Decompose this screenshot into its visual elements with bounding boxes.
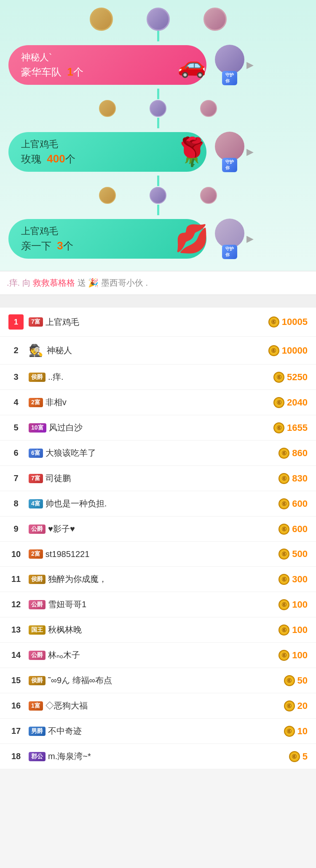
user-badge-6: 6富 [29,449,43,458]
connector-line-3 [157,118,159,128]
mid-avatar-4 [99,187,116,204]
username-10: st19851221 [46,549,90,559]
table-row: 15 侯爵 ˜∞9ん 缔福∞布点 ⑥ 50 [0,668,316,693]
username-1: 上官鸡毛 [46,316,79,328]
table-row: 12 公爵 雪妞哥哥1 ⑥ 100 [0,592,316,617]
rank-num-18: 18 [8,752,24,761]
rank-num-13: 13 [8,625,24,635]
rank-num-8: 8 [8,499,24,508]
rank-num-15: 15 [8,676,24,685]
rank-num-9: 9 [8,524,24,534]
username-5: 风过白沙 [49,422,83,433]
avatar-guard-3: 守护 你 [215,219,244,259]
avatar-2 [215,132,244,161]
user-info-13: 国王 秋枫林晚 [29,624,279,635]
table-row: 14 公爵 林ₙₒ木子 ⑥ 100 [0,643,316,668]
guard-badge-2: 守护 你 [222,158,237,172]
table-row: 18 郡公 m.海泉湾~* ⑥ 5 [0,744,316,769]
gift-bubble-3: 上官鸡毛 亲一下 3个 💋 [8,219,206,259]
coin-amount-5: ⑥ 1655 [273,422,308,433]
user-info-16: 1富 ◇恶狗大福 [29,700,284,711]
connector-line-1 [157,31,159,41]
username-9: ♥影子♥ [48,523,75,535]
user-info-2: 🕵️ 神秘人 [29,343,268,357]
table-row: 13 国王 秋枫林晚 ⑥ 100 [0,617,316,643]
coin-icon-12: ⑥ [279,599,289,610]
coin-amount-16: ⑥ 20 [284,700,308,711]
user-badge-13: 国王 [29,625,46,635]
coin-amount-13: ⑥ 100 [279,625,308,635]
guard-badge-3: 守护 你 [222,245,237,259]
table-row: 17 男爵 不中奇迹 ⑥ 10 [0,719,316,744]
rank-num-12: 12 [8,600,24,609]
coin-icon-18: ⑥ [289,751,300,762]
user-badge-8: 4富 [29,499,43,508]
username-13: 秋枫林晚 [48,624,82,635]
coin-amount-4: ⑥ 2040 [273,397,308,408]
coin-amount-11: ⑥ 300 [279,574,308,585]
arrow-right-1: ▶ [246,59,254,70]
coin-amount-17: ⑥ 10 [284,726,308,737]
user-info-3: 侯爵 ..痒. [29,371,273,383]
coin-icon-3: ⑥ [273,372,284,383]
rank-num-7: 7 [8,473,24,483]
gift-text-2: 玫瑰 400个 [21,152,194,166]
guard-badge-1: 守护 你 [222,71,237,85]
coin-icon-5: ⑥ [273,422,284,433]
gift-bubble-2: 上官鸡毛 玫瑰 400个 🌹 [8,132,206,172]
coin-amount-8: ⑥ 600 [279,498,308,509]
user-badge-18: 郡公 [29,752,46,761]
table-row: 4 2富 非相v ⑥ 2040 [0,390,316,415]
mid-avatar-1 [99,100,116,117]
user-info-11: 侯爵 独醉为你成魔， [29,573,279,585]
user-info-17: 男爵 不中奇迹 [29,725,284,737]
table-row: 16 1富 ◇恶狗大福 ⑥ 20 [0,693,316,719]
coin-icon-11: ⑥ [279,574,289,585]
gift-emoji-1: 🚗 [173,46,211,84]
username-15: ˜∞9ん 缔福∞布点 [48,675,112,686]
user-info-10: 2富 st19851221 [29,549,279,559]
coin-amount-1: ⑥ 10005 [268,316,308,327]
username-18: m.海泉湾~* [48,751,91,762]
user-badge-14: 公爵 [29,651,46,660]
user-badge-12: 公爵 [29,600,46,609]
coin-amount-18: ⑥ 5 [289,751,308,762]
table-row: 5 10富 风过白沙 ⑥ 1655 [0,415,316,441]
mid-avatar-5 [150,187,166,204]
user-avatar-icon-2: 🕵️ [29,343,43,357]
table-row: 11 侯爵 独醉为你成魔， ⑥ 300 [0,567,316,592]
username-8: 帅也是一种负担. [46,498,107,509]
coin-icon-4: ⑥ [273,397,284,408]
coin-amount-2: ⑥ 10000 [268,345,308,356]
avatar-3 [215,219,244,248]
gift-card-1: 神秘人` 豪华车队 1个 🚗 守护 你 ▶ [8,45,308,85]
arrow-right-3: ▶ [246,233,254,244]
rank-num-17: 17 [8,726,24,736]
user-badge-3: 侯爵 [29,373,46,382]
avatar-guard-2: 守护 你 [215,132,244,172]
coin-icon-14: ⑥ [279,650,289,661]
arrow-right-2: ▶ [246,146,254,157]
top-avatar-2 [147,8,170,31]
table-row: 10 2富 st19851221 ⑥ 500 [0,542,316,567]
coin-amount-15: ⑥ 50 [284,675,308,686]
coin-amount-6: ⑥ 860 [279,448,308,459]
coin-icon-2: ⑥ [268,345,279,356]
user-info-1: 7富 上官鸡毛 [29,316,268,328]
rank-num-14: 14 [8,650,24,660]
user-info-12: 公爵 雪妞哥哥1 [29,599,279,610]
gift-bubble-1: 神秘人` 豪华车队 1个 🚗 [8,45,206,85]
username-16: ◇恶狗大福 [46,700,88,711]
user-info-5: 10富 风过白沙 [29,422,273,433]
coin-icon-10: ⑥ [279,549,289,560]
username-12: 雪妞哥哥1 [48,599,86,610]
coin-amount-14: ⑥ 100 [279,650,308,661]
username-17: 不中奇迹 [48,725,82,737]
leaderboard: 1 7富 上官鸡毛 ⑥ 10005 2 🕵️ 神秘人 ⑥ 10000 3 侯爵 … [0,308,316,769]
mid-avatar-6 [200,187,217,204]
coin-icon-7: ⑥ [279,473,289,484]
bottom-spacer-gift [0,262,316,271]
table-row: 9 公爵 ♥影子♥ ⑥ 600 [0,516,316,542]
user-badge-15: 侯爵 [29,676,46,685]
coin-amount-12: ⑥ 100 [279,599,308,610]
